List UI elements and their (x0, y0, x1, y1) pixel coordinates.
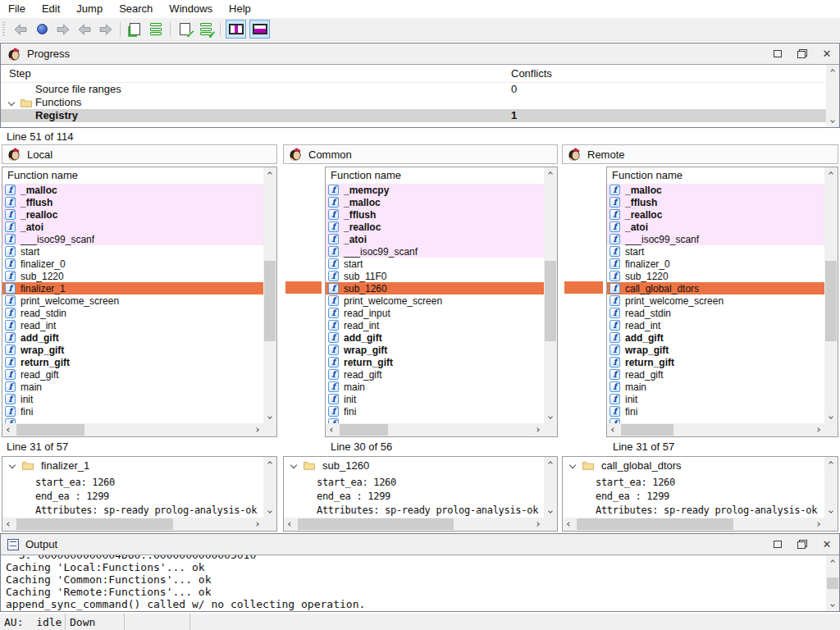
conflict-marker[interactable] (285, 281, 322, 294)
detail-tree-item[interactable]: finalizer_1 (2, 457, 263, 473)
scroll-left-button[interactable] (2, 423, 16, 436)
column-header-function-name[interactable]: Function name (607, 167, 824, 184)
scroll-up-button[interactable] (263, 167, 276, 180)
common-panel-titlebar[interactable]: Common (283, 144, 558, 164)
float-button[interactable] (790, 43, 815, 64)
stop-button[interactable] (32, 20, 52, 39)
segments-button[interactable] (146, 20, 166, 39)
column-header-function-name[interactable]: Function name (2, 167, 263, 184)
vertical-scrollbar[interactable] (544, 457, 557, 518)
scrollbar-thumb[interactable] (577, 518, 733, 530)
output-titlebar[interactable]: Output ✕ (1, 534, 839, 555)
expander-chevron-icon[interactable] (8, 99, 15, 106)
function-row[interactable]: finit (2, 393, 263, 405)
function-row[interactable]: f_malloc (2, 184, 263, 196)
scrollbar-thumb[interactable] (545, 261, 556, 341)
scroll-left-button[interactable] (563, 518, 576, 531)
function-row[interactable]: ffinalizer_0 (607, 258, 824, 270)
function-row[interactable]: f_malloc (326, 196, 544, 208)
scroll-down-button[interactable] (263, 504, 276, 518)
function-row[interactable]: freturn_gift (607, 356, 824, 368)
scroll-up-button[interactable] (544, 457, 557, 470)
progress-step-row[interactable]: Registry1 (1, 109, 826, 122)
function-row[interactable]: fread_int (2, 319, 263, 331)
function-row[interactable]: f (2, 418, 263, 423)
vertical-scrollbar[interactable] (824, 457, 838, 518)
document-button[interactable] (125, 20, 144, 39)
function-row[interactable]: f___isoc99_scanf (326, 245, 544, 258)
function-row[interactable]: fprint_welcome_screen (2, 294, 263, 307)
vertical-scrollbar[interactable] (544, 167, 557, 423)
function-row[interactable]: finit (607, 393, 824, 405)
detail-tree-item[interactable]: call_global_dtors (563, 457, 824, 473)
scroll-right-button[interactable] (811, 423, 824, 436)
function-row[interactable]: f_memcpy (326, 184, 544, 196)
function-row[interactable]: fadd_gift (607, 331, 824, 344)
prev-conflict-button[interactable] (75, 20, 94, 39)
function-row[interactable]: f_malloc (607, 184, 824, 196)
function-row[interactable]: fadd_gift (2, 331, 263, 344)
scroll-up-button[interactable] (544, 167, 557, 180)
function-row[interactable]: fstart (326, 258, 544, 270)
split-horizontal-toggle[interactable] (249, 20, 270, 39)
scrollbar-thumb[interactable] (264, 261, 276, 341)
scroll-up-button[interactable] (826, 555, 839, 568)
menu-search[interactable]: Search (111, 0, 161, 18)
function-row[interactable]: fmain (607, 381, 824, 393)
scroll-down-button[interactable] (263, 410, 276, 423)
maximize-button[interactable] (765, 534, 790, 555)
function-row[interactable]: freturn_gift (2, 356, 263, 368)
function-row[interactable]: f (607, 418, 824, 423)
maximize-button[interactable] (765, 43, 790, 64)
function-row[interactable]: fstart (607, 245, 824, 258)
progress-vertical-scrollbar[interactable] (826, 65, 839, 127)
function-row[interactable]: fread_gift (2, 368, 263, 381)
function-row[interactable]: f___isoc99_scanf (2, 233, 263, 245)
horizontal-scrollbar[interactable] (2, 423, 263, 436)
function-row[interactable]: ffinalizer_1 (2, 282, 263, 294)
function-row[interactable]: fstart (2, 245, 263, 258)
function-row[interactable]: f_atoi (326, 233, 544, 245)
menu-help[interactable]: Help (221, 0, 259, 18)
horizontal-scrollbar[interactable] (284, 518, 544, 531)
horizontal-scrollbar[interactable] (607, 423, 824, 436)
expander-chevron-icon[interactable] (290, 462, 297, 468)
expander-chevron-icon[interactable] (569, 462, 576, 468)
scroll-up-button[interactable] (824, 457, 838, 470)
progress-step-row[interactable]: Source file ranges0 (1, 83, 826, 96)
expander-chevron-icon[interactable] (9, 462, 16, 468)
scroll-down-button[interactable] (824, 410, 838, 423)
function-row[interactable]: fcall_global_dtors (607, 282, 824, 294)
function-row[interactable]: f_realloc (607, 208, 824, 221)
function-row[interactable]: freturn_gift (326, 356, 544, 368)
scrollbar-thumb[interactable] (827, 578, 838, 589)
scroll-down-button[interactable] (544, 504, 557, 518)
scroll-left-button[interactable] (326, 423, 339, 436)
forward-button[interactable] (53, 20, 73, 39)
function-row[interactable]: f_atoi (607, 221, 824, 233)
function-row[interactable]: f_fflush (2, 196, 263, 208)
conflict-marker[interactable] (564, 281, 603, 294)
scrollbar-thumb[interactable] (298, 518, 454, 530)
column-header-function-name[interactable]: Function name (326, 167, 544, 184)
horizontal-scrollbar[interactable] (2, 518, 263, 531)
horizontal-scrollbar[interactable] (326, 423, 544, 436)
function-row[interactable]: f_realloc (326, 221, 544, 233)
scroll-right-button[interactable] (531, 518, 544, 531)
function-row[interactable]: fprint_welcome_screen (607, 294, 824, 307)
function-row[interactable]: fread_input (326, 307, 544, 319)
function-row[interactable]: ffini (2, 405, 263, 418)
function-row[interactable]: ffinalizer_0 (2, 258, 263, 270)
menu-jump[interactable]: Jump (68, 0, 111, 18)
local-panel-titlebar[interactable]: Local (2, 144, 277, 164)
horizontal-scrollbar[interactable] (563, 518, 824, 531)
scrollbar-thumb[interactable] (621, 424, 673, 436)
menu-windows[interactable]: Windows (161, 0, 221, 18)
function-row[interactable]: f_atoi (2, 221, 263, 233)
function-row[interactable]: fread_gift (326, 368, 544, 381)
scroll-left-button[interactable] (284, 518, 297, 531)
function-row[interactable]: fprint_welcome_screen (326, 294, 544, 307)
function-row[interactable]: f_fflush (326, 208, 544, 221)
column-header-conflicts[interactable]: Conflicts (511, 65, 552, 83)
remote-panel-titlebar[interactable]: Remote (562, 144, 838, 164)
